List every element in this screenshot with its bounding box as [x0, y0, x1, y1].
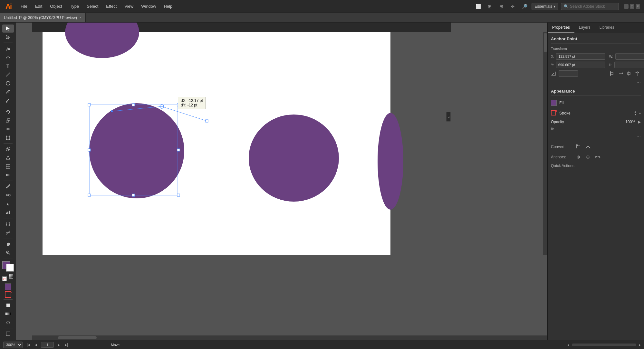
- free-transform-tool[interactable]: [2, 134, 14, 142]
- align-right-edge-icon[interactable]: [617, 70, 624, 77]
- add-anchor-btn[interactable]: [574, 153, 582, 161]
- selection-tool[interactable]: [2, 25, 14, 33]
- direct-selection-tool[interactable]: [2, 33, 14, 41]
- mode-icon-1[interactable]: ⬜: [474, 2, 483, 11]
- none-swatch[interactable]: ∅: [2, 276, 7, 281]
- slice-tool[interactable]: [2, 228, 14, 236]
- pen-tool[interactable]: [2, 45, 14, 53]
- menu-object[interactable]: Object: [46, 0, 66, 13]
- simplify-anchor-btn[interactable]: [594, 153, 601, 161]
- horizontal-scrollbar[interactable]: [32, 335, 547, 340]
- h-input[interactable]: [614, 62, 644, 68]
- vertical-scrollbar[interactable]: [543, 32, 547, 255]
- zoom-select[interactable]: 300%: [3, 342, 23, 348]
- menu-file[interactable]: File: [17, 0, 31, 13]
- minimize-button[interactable]: _: [624, 4, 629, 9]
- artboard-tool[interactable]: [2, 220, 14, 228]
- tab-layers[interactable]: Layers: [574, 23, 595, 33]
- fill-label[interactable]: Fill: [559, 101, 641, 105]
- mirror-icon[interactable]: [634, 70, 641, 77]
- svg-point-5: [6, 101, 7, 103]
- scrollbar-thumb-horizontal[interactable]: [58, 336, 97, 339]
- mode-icon-3[interactable]: ⊞: [497, 2, 506, 11]
- menu-select[interactable]: Select: [83, 0, 102, 13]
- tab-properties[interactable]: Properties: [548, 23, 574, 33]
- opacity-expand[interactable]: ▶: [638, 120, 641, 124]
- close-button[interactable]: ×: [636, 4, 640, 9]
- toggle-fill-stroke[interactable]: ⬜: [2, 301, 14, 309]
- change-screen-mode[interactable]: [2, 330, 14, 338]
- nav-prev-btn[interactable]: ◂: [34, 343, 38, 347]
- more-options-dots-2[interactable]: ···: [637, 134, 641, 140]
- fill-stroke-color[interactable]: [5, 284, 11, 290]
- search-stock-input[interactable]: [570, 4, 615, 9]
- tab-libraries[interactable]: Libraries: [595, 23, 619, 33]
- scrollbar-thumb-vertical[interactable]: [544, 33, 547, 52]
- nav-first-btn[interactable]: |◂: [26, 343, 31, 347]
- search-stock-box[interactable]: 🔍: [561, 3, 619, 10]
- align-center-icon[interactable]: [625, 70, 632, 77]
- paintbrush-tool[interactable]: [2, 96, 14, 105]
- w-input[interactable]: [615, 53, 644, 60]
- convert-smooth-btn[interactable]: [584, 143, 592, 151]
- workspace-selector[interactable]: Essentials ▾: [532, 3, 558, 10]
- blend-tool[interactable]: [2, 191, 14, 199]
- line-tool[interactable]: [2, 70, 14, 78]
- menu-edit[interactable]: Edit: [31, 0, 46, 13]
- menu-window[interactable]: Window: [137, 0, 160, 13]
- fx-label[interactable]: fx: [551, 127, 554, 131]
- hand-tool[interactable]: [2, 240, 14, 248]
- perspective-tool[interactable]: [2, 154, 14, 162]
- share-icon[interactable]: ✈: [508, 2, 517, 11]
- gradient-tool[interactable]: [2, 171, 14, 179]
- warp-tool[interactable]: [2, 125, 14, 133]
- search-adobe-icon[interactable]: 🔎: [520, 2, 529, 11]
- symbol-tool[interactable]: ★: [2, 200, 14, 208]
- nav-last-btn[interactable]: ▸|: [64, 343, 69, 347]
- scroll-slider[interactable]: [572, 344, 636, 346]
- fill-swatch[interactable]: [551, 100, 557, 106]
- canvas-area[interactable]: dX: -12.17 pt dY: -12 pt ◂: [16, 23, 547, 340]
- stroke-dropdown[interactable]: ▾: [639, 112, 641, 115]
- y-input[interactable]: [556, 62, 605, 68]
- type-tool[interactable]: T: [2, 62, 14, 70]
- stroke-color[interactable]: ✕: [5, 291, 11, 298]
- mode-icon-2[interactable]: ⊞: [485, 2, 494, 11]
- rotate-tool[interactable]: [2, 108, 14, 116]
- align-left-edge-icon[interactable]: [609, 70, 616, 77]
- maximize-button[interactable]: □: [630, 4, 634, 9]
- graph-tool[interactable]: [2, 208, 14, 216]
- angle-input[interactable]: [559, 70, 578, 77]
- artboard[interactable]: dX: -12.17 pt dY: -12 pt: [43, 32, 390, 255]
- more-options-dots[interactable]: ···: [637, 80, 641, 85]
- none-fill-btn[interactable]: ∅: [2, 319, 14, 327]
- mesh-tool[interactable]: [2, 162, 14, 170]
- collapse-panel-button[interactable]: ◂: [446, 112, 451, 122]
- page-input[interactable]: [41, 342, 54, 348]
- eyedropper-tool[interactable]: [2, 183, 14, 191]
- menu-effect[interactable]: Effect: [102, 0, 120, 13]
- ellipse-tool[interactable]: [2, 79, 14, 87]
- nav-next-btn[interactable]: ▸: [57, 343, 61, 347]
- scroll-right-btn[interactable]: ▸: [639, 343, 641, 347]
- curvature-tool[interactable]: [2, 53, 14, 61]
- background-color[interactable]: [6, 264, 14, 272]
- doc-tab-close[interactable]: ×: [80, 16, 82, 19]
- stroke-label[interactable]: Stroke: [559, 111, 631, 115]
- scale-tool[interactable]: [2, 116, 14, 125]
- zoom-tool[interactable]: [2, 249, 14, 257]
- shape-builder-tool[interactable]: [2, 145, 14, 153]
- stroke-spinner-up[interactable]: ▲▼: [634, 110, 637, 116]
- gradient-swatch[interactable]: [9, 274, 13, 279]
- circle-right[interactable]: [249, 115, 339, 202]
- convert-corner-btn[interactable]: [574, 143, 582, 151]
- scroll-left-btn[interactable]: ◂: [567, 343, 569, 347]
- doc-tab[interactable]: Untitled-1* @ 300% (CMYK/GPU Preview) ×: [0, 13, 86, 22]
- gradient-fill-btn[interactable]: [2, 310, 14, 318]
- menu-type[interactable]: Type: [66, 0, 83, 13]
- x-input[interactable]: [556, 53, 605, 60]
- remove-anchor-btn[interactable]: [584, 153, 592, 161]
- pencil-tool[interactable]: [2, 88, 14, 96]
- menu-view[interactable]: View: [120, 0, 137, 13]
- menu-help[interactable]: Help: [160, 0, 176, 13]
